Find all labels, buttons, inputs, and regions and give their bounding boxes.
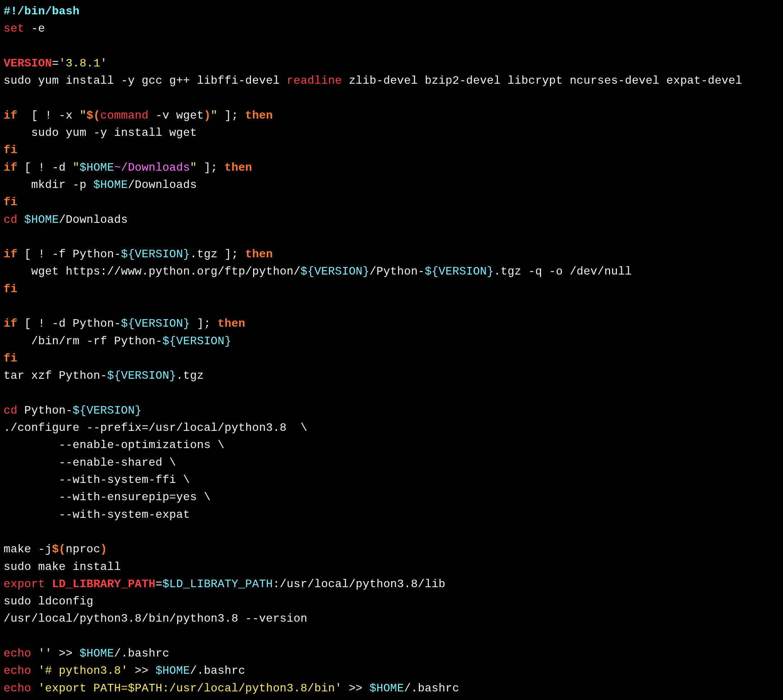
- string-literal: '# python3.8': [38, 665, 128, 677]
- keyword-then: then: [245, 109, 273, 122]
- set-arg: -e: [25, 22, 45, 35]
- var-home: $HOME: [155, 665, 190, 677]
- var-version: ${VERSION}: [424, 265, 494, 278]
- keyword-if: if: [3, 109, 17, 122]
- text: [31, 665, 38, 677]
- builtin-command: command: [100, 109, 149, 122]
- string-literal: '': [38, 647, 52, 660]
- rm-cmd: /bin/rm -rf Python-: [3, 335, 162, 347]
- builtin-echo: echo: [3, 682, 31, 695]
- configure-opt: --enable-optimizations \: [3, 439, 225, 451]
- text: /Downloads: [59, 213, 128, 226]
- var-version: ${VERSION}: [121, 317, 190, 330]
- configure-opt: --with-ensurepip=yes \: [3, 491, 211, 503]
- yum-install-cmd-b: zlib-devel bzip2-devel libcrypt ncurses-…: [342, 74, 742, 87]
- make-cmd: make -j: [3, 543, 52, 555]
- make-install: sudo make install: [3, 560, 121, 573]
- text: [ ! -f Python-: [17, 248, 121, 260]
- keyword-then: then: [225, 161, 252, 174]
- var-ldlibpath-name: LD_LIBRARY_PATH: [52, 578, 155, 590]
- text: [17, 213, 24, 226]
- text: -v wget: [149, 109, 204, 122]
- text: [31, 682, 38, 695]
- keyword-if: if: [3, 248, 17, 260]
- subshell-open: $(: [86, 109, 100, 122]
- text: [31, 647, 38, 660]
- var-home: $HOME: [25, 213, 59, 226]
- builtin-echo: echo: [3, 647, 31, 660]
- string-literal: 'export PATH=$PATH:/usr/local/python3.8/…: [38, 682, 342, 695]
- string-quote: ": [211, 109, 217, 122]
- configure-opt: --with-system-ffi \: [3, 473, 190, 486]
- keyword-fi: fi: [3, 283, 17, 295]
- text: [ ! -x: [17, 109, 79, 122]
- text: .tgz -q -o /dev/null: [494, 265, 632, 278]
- var-ldlibpath-val: $LD_LIBRATY_PATH: [162, 578, 273, 590]
- text: /Downloads: [128, 178, 197, 191]
- text: /.bashrc: [404, 682, 459, 695]
- var-version: ${VERSION}: [73, 404, 142, 417]
- text: >>: [128, 665, 156, 677]
- builtin-cd: cd: [3, 213, 17, 226]
- text: [ ! -d: [17, 161, 73, 174]
- tar-cmd: tar xzf Python-: [3, 369, 107, 382]
- mkdir-cmd: mkdir -p: [3, 178, 93, 191]
- assign-eq: =: [155, 578, 162, 590]
- nproc: nproc: [66, 543, 100, 555]
- text: [ ! -d Python-: [17, 317, 121, 330]
- subshell-close: ): [204, 109, 211, 122]
- builtin-echo: echo: [3, 665, 31, 677]
- keyword-if: if: [3, 317, 17, 330]
- keyword-fi: fi: [3, 196, 17, 208]
- ldconfig-cmd: sudo ldconfig: [3, 595, 93, 608]
- install-wget: sudo yum -y install wget: [3, 127, 197, 139]
- keyword-then: then: [245, 248, 273, 260]
- assign-eq: =: [52, 57, 58, 70]
- builtin-export: export: [3, 578, 45, 590]
- readline-token: readline: [287, 74, 342, 87]
- string-quote: ": [190, 161, 197, 174]
- text: Python-: [17, 404, 73, 417]
- bash-script-code-block: #!/bin/bash set -e VERSION='3.8.1' sudo …: [0, 0, 783, 700]
- var-version-value: '3.8.1': [59, 57, 107, 70]
- keyword-fi: fi: [3, 144, 17, 156]
- string-quote: ": [79, 109, 86, 122]
- configure-opt: --with-system-expat: [3, 508, 190, 521]
- text: .tgz ];: [190, 248, 245, 260]
- subshell-close: ): [100, 543, 107, 555]
- string-quote: ": [73, 161, 79, 174]
- var-version: ${VERSION}: [162, 335, 232, 347]
- text: [45, 578, 52, 590]
- var-home: $HOME: [370, 682, 404, 695]
- var-version: ${VERSION}: [107, 369, 176, 382]
- configure-opt: --enable-shared \: [3, 457, 176, 469]
- var-version-name: VERSION: [3, 57, 52, 70]
- builtin-set: set: [3, 22, 25, 35]
- wget-cmd: wget https://www.python.org/ftp/python/: [3, 265, 301, 278]
- var-version: ${VERSION}: [301, 265, 370, 278]
- text: ];: [197, 161, 225, 174]
- text: ];: [190, 317, 217, 330]
- builtin-cd: cd: [3, 404, 17, 417]
- yum-install-cmd-a: sudo yum install -y gcc g++ libffi-devel: [3, 74, 287, 87]
- text: /.bashrc: [190, 665, 245, 677]
- subshell-open: $(: [52, 543, 65, 555]
- var-home: $HOME: [79, 647, 114, 660]
- text: >>: [52, 647, 79, 660]
- var-home: $HOME: [93, 178, 128, 191]
- text: /Python-: [370, 265, 425, 278]
- var-home: $HOME: [79, 161, 114, 174]
- python-version-cmd: /usr/local/python3.8/bin/python3.8 --ver…: [3, 612, 307, 625]
- keyword-fi: fi: [3, 352, 17, 365]
- configure-cmd: ./configure --prefix=/usr/local/python3.…: [3, 422, 307, 434]
- var-version: ${VERSION}: [121, 248, 190, 260]
- text: :/usr/local/python3.8/lib: [273, 578, 446, 590]
- text: >>: [342, 682, 370, 695]
- keyword-then: then: [217, 317, 245, 330]
- path-downloads: ~/Downloads: [114, 161, 190, 174]
- text: ];: [217, 109, 245, 122]
- shebang-line: #!/bin/bash: [3, 5, 79, 18]
- text: .tgz: [176, 369, 204, 382]
- keyword-if: if: [3, 161, 17, 174]
- text: /.bashrc: [114, 647, 169, 660]
